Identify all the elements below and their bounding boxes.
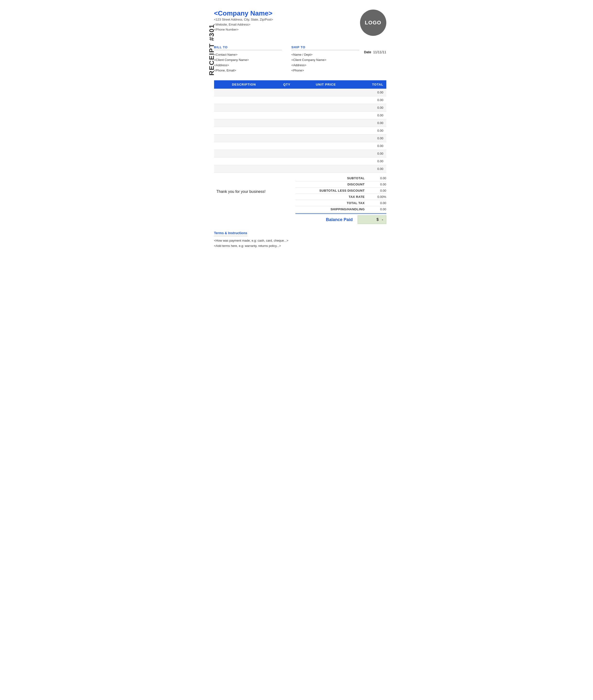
cell-total: 0.00 — [352, 135, 386, 142]
company-logo: LOGO — [360, 9, 386, 36]
cell-qty — [274, 142, 300, 150]
company-address: <123 Street Address, City, State, Zip/Po… — [214, 17, 273, 22]
col-header-unit-price: UNIT PRICE — [300, 80, 352, 89]
subtotal-less-discount-value: 0.00 — [369, 189, 386, 192]
col-header-description: DESCRIPTION — [214, 80, 274, 89]
balance-paid-row: Balance Paid $ - — [295, 213, 386, 224]
balance-paid-label: Balance Paid — [295, 217, 358, 222]
cell-qty — [274, 104, 300, 112]
cell-total: 0.00 — [352, 89, 386, 96]
cell-unit-price — [300, 104, 352, 112]
subtotal-less-discount-label: SUBTOTAL LESS DISCOUNT — [295, 189, 369, 192]
subtotal-value: 0.00 — [369, 176, 386, 180]
cell-qty — [274, 112, 300, 119]
cell-unit-price — [300, 150, 352, 158]
header: <Company Name> <123 Street Address, City… — [214, 9, 386, 36]
totals-section: Thank you for your business! SUBTOTAL 0.… — [214, 175, 386, 224]
cell-description — [214, 119, 274, 127]
table-row: 0.00 — [214, 150, 386, 158]
terms-line1: <How was payment made, e.g: cash, card, … — [214, 238, 386, 243]
table-row: 0.00 — [214, 135, 386, 142]
company-name: <Company Name> — [214, 9, 273, 17]
cell-qty — [274, 165, 300, 173]
balance-amount: - — [382, 217, 383, 222]
cell-unit-price — [300, 142, 352, 150]
total-tax-value: 0.00 — [369, 201, 386, 205]
cell-qty — [274, 158, 300, 165]
table-row: 0.00 — [214, 112, 386, 119]
cell-unit-price — [300, 112, 352, 119]
company-details: <123 Street Address, City, State, Zip/Po… — [214, 17, 273, 32]
ship-to-phone: <Phone> — [291, 68, 359, 73]
balance-paid-value: $ - — [358, 215, 386, 224]
subtotal-row: SUBTOTAL 0.00 — [295, 175, 386, 181]
subtotal-less-discount-row: SUBTOTAL LESS DISCOUNT 0.00 — [295, 188, 386, 194]
cell-description — [214, 135, 274, 142]
cell-total: 0.00 — [352, 127, 386, 135]
bill-to-block: BILL TO <Contact Name> <Client Company N… — [214, 45, 282, 73]
thank-you-message: Thank you for your business! — [214, 175, 266, 194]
date-value: 11/11/11 — [373, 50, 386, 54]
cell-total: 0.00 — [352, 119, 386, 127]
company-website-email: <Website, Email Address> — [214, 22, 273, 27]
cell-description — [214, 142, 274, 150]
cell-description — [214, 96, 274, 104]
cell-total: 0.00 — [352, 112, 386, 119]
ship-to-block: SHIP TO <Name / Dept> <Client Company Na… — [291, 45, 359, 73]
cell-unit-price — [300, 165, 352, 173]
ship-to-company: <Client Company Name> — [291, 57, 359, 62]
terms-title: Terms & Instructions — [214, 231, 247, 236]
cell-description — [214, 104, 274, 112]
cell-qty — [274, 135, 300, 142]
ship-to-name-dept: <Name / Dept> — [291, 52, 359, 57]
invoice-table: DESCRIPTION QTY UNIT PRICE TOTAL 0.00 0.… — [214, 80, 386, 173]
cell-total: 0.00 — [352, 96, 386, 104]
shipping-handling-row: SHIPPING/HANDLING 0.00 — [295, 206, 386, 213]
ship-to-label: SHIP TO — [291, 45, 359, 50]
cell-unit-price — [300, 89, 352, 96]
cell-qty — [274, 150, 300, 158]
tax-rate-value: 0.00% — [369, 195, 386, 199]
bill-to-company: <Client Company Name> — [214, 57, 282, 62]
cell-description — [214, 150, 274, 158]
total-tax-label: TOTAL TAX — [295, 201, 369, 205]
cell-unit-price — [300, 135, 352, 142]
cell-unit-price — [300, 158, 352, 165]
table-row: 0.00 — [214, 142, 386, 150]
company-info: <Company Name> <123 Street Address, City… — [214, 9, 273, 32]
cell-qty — [274, 119, 300, 127]
terms-section: Terms & Instructions <How was payment ma… — [214, 231, 386, 249]
cell-total: 0.00 — [352, 150, 386, 158]
tax-rate-label: TAX RATE — [295, 195, 369, 199]
bill-to-label: BILL TO — [214, 45, 282, 50]
cell-description — [214, 112, 274, 119]
table-row: 0.00 — [214, 119, 386, 127]
col-header-total: TOTAL — [352, 80, 386, 89]
discount-row: DISCOUNT 0.00 — [295, 181, 386, 188]
balance-currency: $ — [377, 217, 379, 222]
invoice-page: RECEIPT #301 <Company Name> <123 Street … — [195, 0, 398, 258]
terms-line2: <Add terms here, e.g: warranty, returns … — [214, 243, 386, 249]
discount-label: DISCOUNT — [295, 183, 369, 186]
cell-unit-price — [300, 96, 352, 104]
cell-description — [214, 89, 274, 96]
subtotal-label: SUBTOTAL — [295, 176, 369, 180]
cell-unit-price — [300, 119, 352, 127]
cell-total: 0.00 — [352, 158, 386, 165]
receipt-label: RECEIPT #301 — [208, 28, 215, 76]
shipping-handling-value: 0.00 — [369, 208, 386, 211]
cell-total: 0.00 — [352, 104, 386, 112]
bill-to-phone-email: <Phone, Email> — [214, 68, 282, 73]
cell-qty — [274, 89, 300, 96]
cell-qty — [274, 96, 300, 104]
table-row: 0.00 — [214, 127, 386, 135]
table-row: 0.00 — [214, 96, 386, 104]
bill-to-contact: <Contact Name> — [214, 52, 282, 57]
total-tax-row: TOTAL TAX 0.00 — [295, 200, 386, 206]
date-block: Date 11/11/11 — [364, 43, 386, 54]
discount-value: 0.00 — [369, 183, 386, 186]
addresses-section: BILL TO <Contact Name> <Client Company N… — [214, 45, 359, 73]
cell-qty — [274, 127, 300, 135]
company-phone: <Phone Number> — [214, 27, 273, 32]
cell-description — [214, 165, 274, 173]
